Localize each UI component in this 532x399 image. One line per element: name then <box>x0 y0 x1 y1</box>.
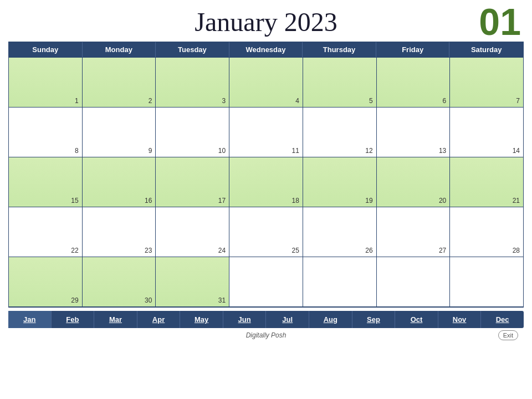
calendar-cell <box>377 257 451 307</box>
calendar-cell: 25 <box>229 207 303 257</box>
month-nav-apr[interactable]: Apr <box>137 311 181 328</box>
month-nav-dec[interactable]: Dec <box>481 311 524 328</box>
calendar-cell: 15 <box>9 157 83 207</box>
calendar-cell: 6 <box>377 58 451 108</box>
day-headers-row: SundayMondayTuesdayWednesdayThursdayFrid… <box>8 42 524 58</box>
calendar-cell: 9 <box>83 108 156 157</box>
day-header-tuesday: Tuesday <box>156 42 229 57</box>
calendar-cell: 8 <box>9 108 83 157</box>
cell-date-number: 5 <box>369 97 373 105</box>
month-number: 01 <box>479 3 521 40</box>
calendar-cell: 17 <box>156 157 229 207</box>
cell-date-number: 14 <box>513 147 520 155</box>
calendar-cell: 18 <box>229 157 303 207</box>
calendar-cell: 21 <box>450 157 524 207</box>
brand-label: Digitally Posh <box>246 331 287 339</box>
calendar-cell: 20 <box>377 157 451 207</box>
day-header-thursday: Thursday <box>303 42 376 57</box>
calendar-cell: 7 <box>450 58 524 108</box>
cell-date-number: 22 <box>71 247 78 254</box>
cell-date-number: 18 <box>291 197 299 204</box>
calendar-cell: 26 <box>303 207 377 257</box>
cell-date-number: 29 <box>71 296 78 304</box>
month-nav-mar[interactable]: Mar <box>94 311 137 328</box>
day-header-sunday: Sunday <box>9 42 83 57</box>
calendar-cell: 4 <box>229 58 303 108</box>
calendar-header: January 2023 01 <box>0 0 532 42</box>
cell-date-number: 30 <box>145 296 152 304</box>
cell-date-number: 6 <box>443 97 447 105</box>
calendar-cell: 19 <box>303 157 377 207</box>
month-nav-jan[interactable]: Jan <box>8 311 52 328</box>
cell-date-number: 4 <box>295 97 299 105</box>
calendar-cell <box>303 257 377 307</box>
calendar-cell: 10 <box>156 108 229 157</box>
calendar-cell: 22 <box>9 207 83 257</box>
day-header-monday: Monday <box>83 42 156 57</box>
month-title: January 2023 <box>195 7 337 37</box>
calendar-cell: 23 <box>83 207 156 257</box>
cell-date-number: 11 <box>291 147 299 155</box>
calendar-cell: 1 <box>9 58 83 108</box>
cell-date-number: 16 <box>145 197 152 204</box>
exit-button[interactable]: Exit <box>498 330 518 340</box>
day-header-friday: Friday <box>376 42 450 57</box>
calendar-cell: 2 <box>83 58 156 108</box>
calendar-cell: 5 <box>303 58 377 108</box>
day-header-saturday: Saturday <box>449 42 523 57</box>
day-header-wednesday: Wednesday <box>229 42 303 57</box>
cell-date-number: 28 <box>513 247 520 254</box>
calendar-cell: 27 <box>377 207 451 257</box>
cell-date-number: 9 <box>149 147 152 155</box>
month-nav-oct[interactable]: Oct <box>395 311 438 328</box>
cell-date-number: 31 <box>218 296 226 304</box>
month-nav-nov[interactable]: Nov <box>438 311 482 328</box>
calendar-cell: 3 <box>156 58 229 108</box>
cell-date-number: 27 <box>439 247 446 254</box>
calendar-cell <box>450 257 524 307</box>
month-nav-aug[interactable]: Aug <box>309 311 352 328</box>
cell-date-number: 23 <box>145 247 152 254</box>
cell-date-number: 20 <box>439 197 446 204</box>
calendar-cell: 13 <box>377 108 451 157</box>
cell-date-number: 3 <box>222 97 226 105</box>
cell-date-number: 10 <box>218 147 226 155</box>
calendar-cell: 24 <box>156 207 229 257</box>
month-nav-may[interactable]: May <box>180 311 223 328</box>
cell-date-number: 12 <box>365 147 372 155</box>
cell-date-number: 7 <box>516 97 520 105</box>
calendar-cell <box>229 257 303 307</box>
cell-date-number: 2 <box>149 97 152 105</box>
month-navigation: JanFebMarAprMayJunJulAugSepOctNovDec <box>8 311 524 328</box>
calendar-grid: 1234567891011121314151617181920212223242… <box>8 58 524 308</box>
calendar-cell: 29 <box>9 257 83 307</box>
cell-date-number: 8 <box>75 147 79 155</box>
calendar-cell: 12 <box>303 108 377 157</box>
footer: Digitally Posh Exit <box>0 328 532 340</box>
month-nav-jul[interactable]: Jul <box>266 311 309 328</box>
cell-date-number: 17 <box>218 197 226 204</box>
month-nav-sep[interactable]: Sep <box>352 311 396 328</box>
cell-date-number: 21 <box>513 197 520 204</box>
calendar-wrapper: SundayMondayTuesdayWednesdayThursdayFrid… <box>0 42 532 308</box>
calendar-cell: 31 <box>156 257 229 307</box>
calendar-cell: 11 <box>229 108 303 157</box>
cell-date-number: 25 <box>291 247 299 254</box>
cell-date-number: 19 <box>365 197 372 204</box>
cell-date-number: 13 <box>439 147 446 155</box>
calendar-cell: 16 <box>83 157 156 207</box>
month-nav-jun[interactable]: Jun <box>223 311 267 328</box>
month-nav-feb[interactable]: Feb <box>52 311 95 328</box>
cell-date-number: 26 <box>365 247 372 254</box>
calendar-cell: 14 <box>450 108 524 157</box>
calendar-cell: 28 <box>450 207 524 257</box>
cell-date-number: 1 <box>75 97 79 105</box>
cell-date-number: 24 <box>218 247 226 254</box>
cell-date-number: 15 <box>71 197 78 204</box>
calendar-cell: 30 <box>83 257 156 307</box>
